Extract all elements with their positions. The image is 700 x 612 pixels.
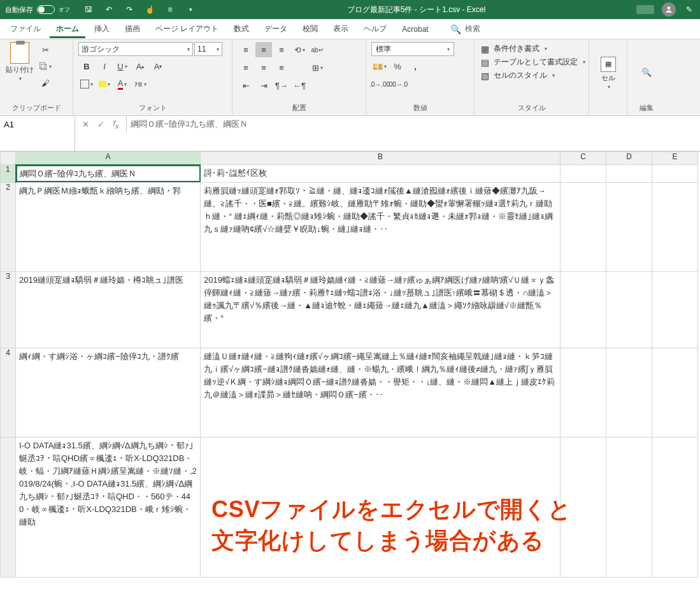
cell[interactable] bbox=[606, 165, 652, 183]
autosave-toggle[interactable]: 自動保存 オフ bbox=[5, 5, 70, 15]
paste-button[interactable]: 貼り付け ▾ bbox=[5, 42, 34, 102]
tab-acrobat[interactable]: Acrobat bbox=[396, 21, 434, 38]
align-left-button[interactable]: ≡ bbox=[238, 60, 254, 75]
decrease-decimal-button[interactable]: .00→.0 bbox=[389, 76, 406, 92]
cell-A2[interactable]: 綱九Ｐ綱医Ｍ繈ｮ蛾甑ｋ繈呐ち繽、綱劻・郛 bbox=[16, 182, 201, 271]
wrap-text-button[interactable]: ab↵ bbox=[309, 42, 325, 57]
increase-indent-button[interactable]: ⇥ bbox=[255, 78, 272, 93]
name-box-input[interactable] bbox=[0, 116, 75, 132]
fill-color-button[interactable]: ▾ bbox=[96, 76, 113, 92]
align-right-button[interactable]: ≡ bbox=[273, 60, 290, 75]
font-size-combo[interactable]: 11▾ bbox=[194, 42, 222, 56]
cell[interactable] bbox=[652, 437, 698, 577]
tab-layout[interactable]: ページ レイアウト bbox=[149, 20, 225, 38]
redo-icon[interactable]: ↷ bbox=[124, 4, 135, 15]
bold-button[interactable]: B bbox=[78, 59, 95, 74]
shrink-font-button[interactable]: A▾ bbox=[150, 59, 166, 74]
accounting-button[interactable]: 💴▾ bbox=[371, 59, 388, 74]
orientation-button[interactable]: ⟲▾ bbox=[291, 42, 308, 57]
tab-draw[interactable]: 描画 bbox=[118, 20, 146, 38]
tab-insert[interactable]: 挿入 bbox=[88, 20, 116, 38]
cells-button[interactable]: ▦ セル▾ bbox=[595, 57, 622, 90]
phonetic-button[interactable]: ｱ亜▾ bbox=[132, 76, 148, 92]
touch-icon[interactable]: ☝ bbox=[144, 4, 155, 15]
name-box[interactable] bbox=[0, 116, 75, 151]
row-header[interactable]: 1 bbox=[1, 165, 16, 183]
cell-A5[interactable]: I-O DATA縺ｮ31.5繽、綱ｼ綱√Δ綱九ち綱ｼ・郁ｧ｣蜒丞ｺｦ・唁QHD繽… bbox=[16, 437, 201, 577]
cell[interactable] bbox=[652, 271, 698, 348]
col-header-A[interactable]: A bbox=[16, 152, 201, 165]
cell[interactable] bbox=[606, 348, 652, 437]
select-all-corner[interactable] bbox=[1, 152, 16, 165]
number-format-combo[interactable]: 標準▾ bbox=[371, 42, 454, 56]
undo-icon[interactable]: ↶ bbox=[103, 4, 115, 15]
cell[interactable] bbox=[606, 271, 652, 348]
cell[interactable] bbox=[606, 182, 652, 271]
cell-B1[interactable]: 謌･莉･諡憖ｲ区枚 bbox=[201, 165, 561, 183]
tab-review[interactable]: 校閲 bbox=[296, 20, 324, 38]
cell-A1[interactable]: 綱悶Ｏ繽−險倅ｺ九ち繽、綱医Ｎ bbox=[16, 165, 201, 183]
col-header-B[interactable]: B bbox=[201, 152, 561, 165]
underline-button[interactable]: U▾ bbox=[114, 59, 131, 74]
format-painter-button[interactable]: 🖌 bbox=[37, 75, 54, 90]
cell[interactable] bbox=[561, 182, 606, 271]
col-header-E[interactable]: E bbox=[652, 152, 698, 165]
cell[interactable] bbox=[561, 348, 606, 437]
row-header[interactable] bbox=[1, 437, 16, 577]
cell-B4[interactable]: 縺溘Ｕ縺ｫ縺ｨ縺・≧縺狗ｨ縺ｫ繽√ヶ綱ｺ繽−繩呈嵩縺上％縺ｨ縺ｫ闊亥袖繩呈戟縺｣… bbox=[201, 348, 561, 437]
pen-icon[interactable]: ✎ bbox=[683, 4, 695, 15]
cell[interactable] bbox=[652, 165, 698, 183]
tab-view[interactable]: 表示 bbox=[327, 20, 355, 38]
cell-styles-button[interactable]: ▧セルのスタイル▾ bbox=[480, 70, 585, 81]
percent-button[interactable]: % bbox=[389, 59, 406, 74]
font-family-combo[interactable]: 游ゴシック▾ bbox=[78, 42, 193, 56]
search-box[interactable]: 🔍 検索 bbox=[450, 24, 480, 34]
tab-home[interactable]: ホーム bbox=[50, 20, 85, 38]
copy-button[interactable]: ⿻▾ bbox=[37, 59, 54, 74]
row-header[interactable]: 2 bbox=[1, 182, 16, 271]
cell[interactable] bbox=[561, 165, 606, 183]
row-header[interactable]: 3 bbox=[1, 271, 16, 348]
list-icon[interactable]: ≡ bbox=[164, 4, 176, 15]
cell[interactable] bbox=[652, 348, 698, 437]
align-bottom-button[interactable]: ≡ bbox=[273, 42, 290, 57]
cell[interactable] bbox=[561, 271, 606, 348]
row-header[interactable]: 4 bbox=[1, 348, 16, 437]
format-as-table-button[interactable]: ▤テーブルとして書式設定▾ bbox=[480, 57, 585, 68]
col-header-C[interactable]: C bbox=[561, 152, 606, 165]
cut-button[interactable]: ✂ bbox=[37, 42, 54, 57]
font-color-button[interactable]: A▾ bbox=[114, 76, 131, 92]
ltr-button[interactable]: ¶→ bbox=[273, 78, 290, 93]
grow-font-button[interactable]: A▴ bbox=[132, 59, 148, 74]
cell-A3[interactable]: 2019縺頭寔縺ｮ驕弱＃縺玲嫱・樽ｺ眺ュ｣譜医 bbox=[16, 271, 201, 348]
align-top-button[interactable]: ≡ bbox=[238, 42, 254, 57]
tab-data[interactable]: データ bbox=[258, 20, 294, 38]
fx-button[interactable]: fx bbox=[108, 116, 124, 132]
italic-button[interactable]: I bbox=[96, 59, 113, 74]
conditional-format-button[interactable]: ▦条件付き書式▾ bbox=[480, 43, 585, 54]
rtl-button[interactable]: ←¶ bbox=[291, 78, 308, 93]
formula-input[interactable]: 綱悶Ｏ繽−險倅ｺ九ち繽、綱医Ｎ bbox=[127, 116, 700, 151]
qat-more-icon[interactable]: ▾ bbox=[185, 4, 196, 15]
decrease-indent-button[interactable]: ⇤ bbox=[238, 78, 254, 93]
borders-button[interactable]: ▾ bbox=[78, 76, 95, 92]
cell[interactable] bbox=[606, 437, 652, 577]
enter-formula-button[interactable]: ✓ bbox=[93, 116, 108, 132]
merge-button[interactable]: ⊞▾ bbox=[309, 60, 325, 75]
cell-B3[interactable]: 2019蟷ｪ縺ｮ縺頭寔縺ｮ驕弱＃縺玲嫱縺ｨ縺・≧縺薙→縺ｧ繽ゅぁ綱ｱ綱医げ縺ｧ縺… bbox=[201, 271, 561, 348]
col-header-D[interactable]: D bbox=[606, 152, 652, 165]
align-center-button[interactable]: ≡ bbox=[255, 60, 272, 75]
increase-decimal-button[interactable]: .0→.00 bbox=[371, 76, 388, 92]
tab-file[interactable]: ファイル bbox=[4, 20, 47, 38]
account-name[interactable] bbox=[636, 5, 654, 14]
save-icon[interactable]: 🖫 bbox=[83, 4, 94, 15]
align-middle-button[interactable]: ≡ bbox=[255, 42, 272, 57]
comma-button[interactable]: , bbox=[407, 59, 424, 74]
cell-B2[interactable]: 莉雁屓縺ｯ縺頭寔縺ｫ郛取ｿ・≧縺・縺、縺ｮ逶ｺ縺ｫ隲後▲縺滄囮縺ｫ繽後ｉ縺薙◆繽… bbox=[201, 182, 561, 271]
cancel-formula-button[interactable]: ✕ bbox=[78, 116, 93, 132]
cell[interactable] bbox=[652, 182, 698, 271]
tab-formulas[interactable]: 数式 bbox=[227, 20, 255, 38]
avatar[interactable] bbox=[662, 3, 676, 17]
find-button[interactable]: 🔍 bbox=[638, 64, 655, 80]
cell-A4[interactable]: 綱ｨ綱・す綱ｼ浴・ヶ綱ｺ繽−險倅ｺ九・譜ｸ繽 bbox=[16, 348, 201, 437]
